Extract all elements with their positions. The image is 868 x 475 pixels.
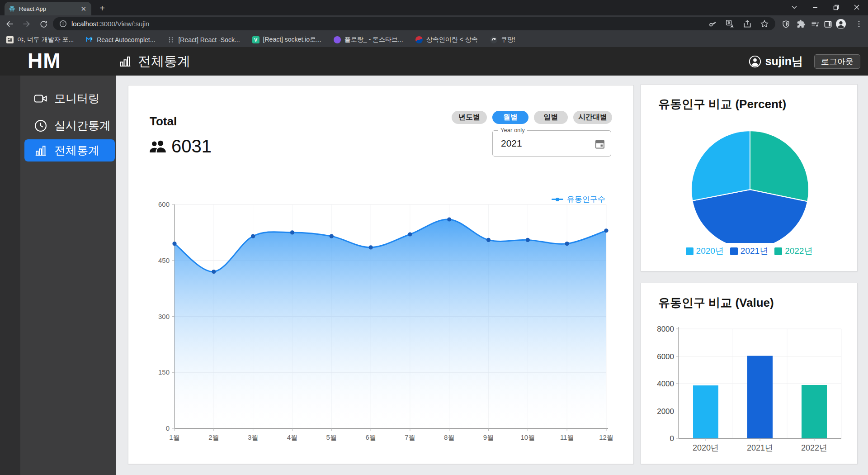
bookmark-label: [React] socket.io로... [263,36,321,44]
react-logo-icon [9,5,15,12]
bookmark-item[interactable]: 쿠팡! [490,36,515,44]
browser-tab[interactable]: React App ✕ [5,2,91,15]
blog-grid-icon [6,36,14,43]
percent-comparison-card: 유동인구 비교 (Percent) 2020년2021년2022년 [641,84,858,271]
y-tick-label: 0 [166,424,170,432]
pie-legend: 2020년2021년2022년 [641,245,857,257]
value-card-title: 유동인구 비교 (Value) [658,295,774,311]
filter-daily-button[interactable]: 일별 [534,111,568,124]
browser-profile-avatar[interactable] [835,19,846,29]
bar-2022년[interactable] [802,385,827,438]
filter-buttons: 년도별 월별 일별 시간대별 [452,111,612,124]
pie-slice-2020년[interactable] [691,131,750,201]
tab-title: React App [19,5,80,12]
browser-menu-kebab-icon[interactable] [854,19,864,29]
new-tab-button[interactable]: + [97,3,108,14]
year-input[interactable] [500,131,577,156]
page-title-group: 전체통계 [118,47,190,76]
data-point[interactable] [172,242,176,246]
legend-label: 2020년 [696,245,724,257]
x-tick-label: 6월 [365,433,376,441]
data-point[interactable] [330,234,334,238]
bookmark-label: [React] React -Sock... [178,36,240,43]
dots-icon [167,36,175,43]
data-point[interactable] [251,234,255,238]
pie-legend-item[interactable]: 2022년 [774,245,812,257]
legend-swatch-icon [774,247,782,255]
window-minimize-button[interactable] [806,0,824,14]
y-tick-label: 0 [670,434,674,443]
x-tick-label: 2020년 [693,443,719,452]
bookmark-item[interactable]: [React] React -Sock... [167,36,240,43]
tab-close-icon[interactable]: ✕ [80,5,87,13]
password-key-icon[interactable] [708,19,717,28]
bookmark-item[interactable]: 플로랑_ - 돈스타브... [334,36,403,44]
left-strip [0,76,20,475]
pie-legend-item[interactable]: 2021년 [730,245,768,257]
user-group: sujin님 로그아웃 [749,47,860,76]
calendar-icon[interactable] [594,138,605,149]
bookmark-item[interactable]: React Autocomplet... [86,36,155,43]
sidebar-item-total-stats[interactable]: 전체통계 [24,139,115,162]
bar-chart-icon [34,144,47,157]
year-picker-field[interactable]: Year only [492,130,611,157]
y-tick-label: 6000 [657,352,674,361]
bookmark-label: 상속인이란 < 상속 [426,36,478,44]
address-bar[interactable]: localhost:3000/View/:sujin [53,17,775,30]
data-point[interactable] [408,232,412,236]
app-header: HM 전체통계 sujin님 로그아웃 [0,47,868,76]
x-tick-label: 2월 [208,433,219,441]
app-logo[interactable]: HM [28,47,61,76]
window-restore-button[interactable] [827,0,845,14]
data-point[interactable] [486,238,491,242]
extensions-puzzle-icon[interactable] [796,19,807,29]
taegeuk-icon [415,36,423,43]
bookmark-star-icon[interactable] [760,19,769,28]
x-tick-label: 4월 [287,433,297,441]
site-info-icon[interactable] [59,20,67,28]
forward-button-icon[interactable] [21,19,32,29]
filter-yearly-button[interactable]: 년도별 [452,111,487,124]
bar-chart-icon [118,55,132,68]
page-title: 전체통계 [138,52,190,71]
y-tick-label: 600 [158,201,170,208]
bar-2021년[interactable] [747,356,773,438]
data-point[interactable] [447,217,451,221]
legend-label: 2022년 [785,245,812,257]
bar-2020년[interactable] [693,385,718,438]
back-button-icon[interactable] [5,19,15,29]
value-comparison-card: 유동인구 비교 (Value) 020004000600080002020년20… [641,283,858,464]
bookmark-item[interactable]: V [React] socket.io로... [252,36,321,44]
pie-slice-2022년[interactable] [750,131,809,201]
area-fill [175,219,606,428]
side-panel-icon[interactable] [822,19,833,29]
data-point[interactable] [565,242,569,246]
reload-button-icon[interactable] [38,19,49,29]
pie-legend-item[interactable]: 2020년 [686,245,724,257]
data-point[interactable] [212,270,216,274]
bookmark-item[interactable]: 야, 너두 개발자 포... [6,36,74,44]
bookmark-item[interactable]: 상속인이란 < 상속 [415,36,478,44]
data-point[interactable] [526,238,530,242]
sidebar-item-realtime-stats[interactable]: 실시간통계 [24,114,115,137]
total-value: 6031 [171,136,212,157]
x-tick-label: 11월 [560,433,574,441]
share-icon[interactable] [743,19,752,28]
x-tick-label: 9월 [483,433,494,441]
sidebar-item-monitoring[interactable]: 모니터링 [24,87,115,109]
filter-monthly-button[interactable]: 월별 [492,111,528,124]
data-point[interactable] [368,245,373,249]
data-point[interactable] [290,230,294,234]
data-point[interactable] [604,228,608,233]
translate-icon[interactable] [726,19,735,28]
tab-search-chevron-icon[interactable] [785,0,803,14]
window-close-button[interactable] [848,0,866,14]
browser-toolbar: localhost:3000/View/:sujin [0,15,868,33]
logout-button[interactable]: 로그아웃 [814,54,860,69]
page-body: 모니터링 실시간통계 전체통계 Total 6031 [0,76,868,475]
x-tick-label: 3월 [248,433,258,441]
shield-extension-icon[interactable] [780,19,791,29]
playlist-extension-icon[interactable] [810,19,821,29]
filter-hourly-button[interactable]: 시간대별 [573,111,612,124]
bookmark-label: 플로랑_ - 돈스타브... [344,36,403,44]
